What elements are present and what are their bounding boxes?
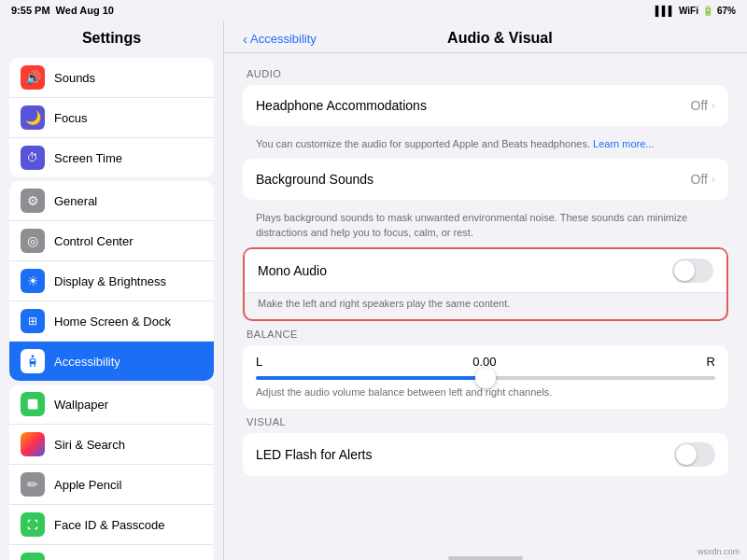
scroll-indicator	[224, 556, 747, 560]
sidebar-section-3: Wallpaper Siri & Search ✏ Apple Pencil F…	[9, 385, 214, 560]
led-flash-toggle-thumb	[676, 444, 697, 465]
screentime-label: Screen Time	[54, 151, 203, 165]
mono-audio-desc: Make the left and right speakers play th…	[245, 293, 726, 318]
mono-audio-highlighted-group: Mono Audio Make the left and right speak…	[243, 247, 728, 320]
wallpaper-icon	[21, 392, 45, 416]
headphone-chevron-icon: ›	[712, 99, 715, 112]
audio-section-label: AUDIO	[247, 68, 728, 79]
headphone-accommodations-label: Headphone Accommodations	[256, 98, 691, 113]
balance-section: L 0.00 R Adjust the audio volume balance…	[243, 345, 728, 409]
status-time: 9:55 PM	[11, 5, 50, 16]
balance-section-label: BALANCE	[247, 329, 728, 340]
sidebar-item-focus[interactable]: 🌙 Focus	[9, 98, 214, 138]
mono-audio-toggle[interactable]	[672, 259, 713, 283]
sidebar-item-accessibility[interactable]: Accessibility	[9, 342, 214, 381]
balance-slider-thumb[interactable]	[475, 368, 496, 388]
content-area: ‹ Accessibility Audio & Visual AUDIO Hea…	[224, 21, 747, 560]
siri-icon	[21, 432, 45, 456]
visual-section-label: VISUAL	[247, 416, 728, 427]
balance-slider-track[interactable]	[256, 376, 715, 380]
sounds-label: Sounds	[54, 71, 203, 85]
headphone-learn-more[interactable]: Learn more...	[593, 138, 654, 149]
screentime-icon: ⏱	[21, 146, 45, 170]
back-chevron-icon: ‹	[243, 31, 247, 47]
sidebar-item-battery[interactable]: Battery	[9, 545, 214, 560]
sidebar-item-sounds[interactable]: 🔊 Sounds	[9, 58, 214, 98]
faceid-icon	[21, 512, 45, 537]
background-sounds-group: Background Sounds Off ›	[243, 159, 728, 200]
led-flash-row[interactable]: LED Flash for Alerts	[243, 433, 728, 476]
general-label: General	[54, 194, 203, 208]
sidebar-item-faceid[interactable]: Face ID & Passcode	[9, 505, 214, 545]
background-sounds-label: Background Sounds	[256, 172, 691, 187]
display-icon: ☀	[21, 269, 45, 293]
back-button[interactable]: ‹ Accessibility	[243, 31, 317, 47]
background-desc: Plays background sounds to mask unwanted…	[243, 207, 728, 247]
controlcenter-label: Control Center	[54, 234, 203, 248]
battery-icon: 🔋	[702, 6, 713, 16]
mono-audio-desc-text: Make the left and right speakers play th…	[258, 298, 510, 309]
headphone-desc-text: You can customize the audio for supporte…	[256, 138, 590, 149]
focus-icon: 🌙	[21, 105, 45, 130]
sidebar-section-1: 🔊 Sounds 🌙 Focus ⏱ Screen Time	[9, 58, 214, 177]
sidebar-section-2: ⚙ General ◎ Control Center ☀ Display & B…	[9, 181, 214, 381]
content-title: Audio & Visual	[328, 30, 672, 47]
headphone-desc: You can customize the audio for supporte…	[243, 133, 728, 159]
status-left: 9:55 PM Wed Aug 10	[11, 5, 114, 16]
balance-slider-fill	[256, 376, 486, 380]
balance-value: 0.00	[472, 355, 496, 369]
balance-left-label: L	[256, 355, 262, 369]
content-header: ‹ Accessibility Audio & Visual	[224, 21, 747, 53]
accessibility-label: Accessibility	[54, 355, 203, 369]
battery-percent: 67%	[717, 6, 736, 16]
homescreen-label: Home Screen & Dock	[54, 315, 203, 329]
display-label: Display & Brightness	[54, 274, 203, 288]
sidebar-item-wallpaper[interactable]: Wallpaper	[9, 385, 214, 425]
sidebar-item-applepencil[interactable]: ✏ Apple Pencil	[9, 465, 214, 505]
sidebar-item-controlcenter[interactable]: ◎ Control Center	[9, 221, 214, 261]
content-scroll[interactable]: AUDIO Headphone Accommodations Off › You…	[224, 53, 747, 556]
siri-label: Siri & Search	[54, 438, 203, 452]
sidebar: Settings 🔊 Sounds 🌙 Focus ⏱ Screen Time …	[0, 21, 224, 560]
headphone-group: Headphone Accommodations Off ›	[243, 85, 728, 126]
background-sounds-row[interactable]: Background Sounds Off ›	[243, 159, 728, 200]
homescreen-icon: ⊞	[21, 309, 45, 333]
accessibility-icon	[21, 349, 45, 373]
battery-icon-sidebar	[21, 553, 45, 560]
sidebar-title: Settings	[0, 21, 223, 54]
signal-icon: ▌▌▌	[655, 6, 675, 16]
status-right: ▌▌▌ WiFi 🔋 67%	[655, 6, 736, 16]
headphone-accommodations-value: Off	[691, 98, 708, 113]
svg-point-0	[32, 355, 35, 357]
background-chevron-icon: ›	[712, 173, 715, 186]
sidebar-item-siri[interactable]: Siri & Search	[9, 425, 214, 465]
wifi-icon: WiFi	[679, 6, 698, 16]
status-bar: 9:55 PM Wed Aug 10 ▌▌▌ WiFi 🔋 67%	[0, 0, 747, 21]
balance-right-label: R	[707, 355, 715, 369]
general-icon: ⚙	[21, 189, 45, 213]
applepencil-label: Apple Pencil	[54, 478, 203, 492]
sounds-icon: 🔊	[21, 65, 45, 90]
background-sounds-value: Off	[691, 172, 708, 187]
led-flash-group: LED Flash for Alerts	[243, 433, 728, 476]
sidebar-item-display[interactable]: ☀ Display & Brightness	[9, 261, 214, 301]
controlcenter-icon: ◎	[21, 229, 45, 253]
sidebar-item-homescreen[interactable]: ⊞ Home Screen & Dock	[9, 301, 214, 342]
mono-audio-toggle-thumb	[674, 260, 695, 281]
back-label: Accessibility	[250, 32, 317, 46]
sidebar-item-general[interactable]: ⚙ General	[9, 181, 214, 221]
wallpaper-label: Wallpaper	[54, 398, 203, 412]
mono-audio-row[interactable]: Mono Audio	[245, 249, 726, 293]
status-date: Wed Aug 10	[56, 5, 114, 16]
headphone-accommodations-row[interactable]: Headphone Accommodations Off ›	[243, 85, 728, 126]
focus-label: Focus	[54, 111, 203, 125]
sidebar-item-screentime[interactable]: ⏱ Screen Time	[9, 138, 214, 177]
led-flash-label: LED Flash for Alerts	[256, 447, 674, 462]
led-flash-toggle[interactable]	[674, 442, 715, 467]
main-layout: Settings 🔊 Sounds 🌙 Focus ⏱ Screen Time …	[0, 21, 747, 560]
faceid-label: Face ID & Passcode	[54, 518, 203, 532]
scroll-bar	[448, 556, 523, 560]
watermark: wsxdn.com	[698, 547, 740, 556]
mono-audio-label: Mono Audio	[258, 263, 672, 278]
applepencil-icon: ✏	[21, 472, 45, 497]
